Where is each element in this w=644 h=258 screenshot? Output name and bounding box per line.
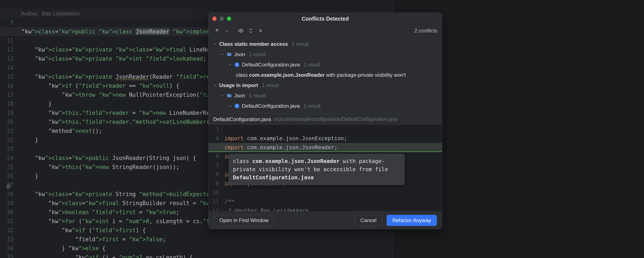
- tree-file-default-config[interactable]: C DefaultConfiguration.java 1 result: [208, 60, 442, 70]
- preview-file-name: DefaultConfiguration.java: [213, 116, 271, 122]
- tree-package-count: 1 result: [249, 51, 266, 57]
- preview-code-line: * @author Bas Leijdekkers: [224, 206, 442, 211]
- preview-code[interactable]: 3456789101112 import com.example.json.Js…: [208, 125, 442, 211]
- preview-code-line: [224, 125, 442, 134]
- cancel-button[interactable]: Cancel: [355, 215, 382, 226]
- java-class-icon: C: [234, 62, 240, 68]
- tree-file-default-config-2[interactable]: C DefaultConfiguration.java 1 result: [208, 101, 442, 111]
- preview-code-line: import com.example.json.JsonReader;: [208, 143, 442, 152]
- svg-text:C: C: [236, 63, 238, 66]
- preview-file-path: src/com/example/configuration/DefaultCon…: [274, 116, 398, 122]
- tree-package-label: Json: [234, 51, 245, 57]
- app-root: 9101112131415161718192021222324252627282…: [0, 0, 644, 258]
- prev-occurrence-icon[interactable]: [213, 27, 221, 35]
- preview-code-line: /**: [224, 197, 442, 206]
- tree-group-label: Class static member access: [219, 41, 288, 47]
- chevron-down-icon[interactable]: [228, 63, 232, 67]
- tree-conflict-leaf[interactable]: class com.example.json.JsonReader with p…: [208, 70, 442, 80]
- conflicts-tree[interactable]: Class static member access 1 result Json…: [208, 37, 442, 113]
- tree-group-count: 1 result: [292, 41, 309, 47]
- tree-file-count: 1 result: [304, 103, 321, 109]
- tree-group-static-access[interactable]: Class static member access 1 result: [208, 39, 442, 49]
- vcs-change-marker-icon[interactable]: @: [6, 181, 10, 190]
- tree-package-json[interactable]: Json 1 result: [208, 49, 442, 60]
- tree-group-usage-import[interactable]: Usage in import 1 result: [208, 80, 442, 90]
- traffic-lights: [212, 17, 231, 21]
- chevron-down-icon[interactable]: [220, 52, 224, 56]
- svg-text:C: C: [236, 104, 238, 107]
- tree-file-count: 1 result: [304, 62, 321, 68]
- java-class-icon: C: [234, 103, 240, 109]
- svg-point-0: [240, 30, 242, 31]
- tree-file-label: DefaultConfiguration.java: [242, 103, 300, 109]
- conflicts-dialog: Conflicts Detected 2 conflicts: [208, 13, 442, 229]
- dialog-button-bar: Open in Find Window Cancel Refactor Anyw…: [208, 211, 442, 229]
- preview-code-line: [224, 188, 442, 197]
- tree-group-label: Usage in import: [219, 82, 258, 88]
- minimize-window-icon: [220, 17, 224, 21]
- tree-conflict-text: class com.example.json.JsonReader with p…: [236, 72, 406, 78]
- chevron-down-icon[interactable]: [213, 83, 217, 87]
- expand-all-icon[interactable]: [247, 27, 254, 35]
- open-in-find-window-button[interactable]: Open in Find Window: [214, 215, 274, 226]
- close-window-icon[interactable]: [212, 17, 216, 21]
- chevron-down-icon[interactable]: [220, 94, 224, 98]
- folder-icon: [226, 93, 232, 98]
- dialog-toolbar: 2 conflicts: [208, 25, 442, 37]
- toolbar-separator: [234, 28, 234, 34]
- dialog-titlebar: Conflicts Detected: [208, 13, 442, 25]
- tree-file-label: DefaultConfiguration.java: [242, 62, 300, 68]
- tree-package-label: Json: [234, 93, 245, 99]
- preview-toggle-icon[interactable]: [237, 27, 245, 35]
- dialog-title: Conflicts Detected: [208, 16, 442, 22]
- tree-package-count: 1 result: [249, 93, 266, 99]
- preview-gutter: 3456789101112: [208, 125, 222, 211]
- preview-code-line: import com.example.json.JsonException;: [224, 134, 442, 143]
- tree-group-count: 1 result: [262, 82, 279, 88]
- code-line[interactable]: "field">first = "kw">false;: [22, 235, 393, 244]
- conflict-tooltip: class com.example.json.JsonReader with p…: [228, 154, 405, 185]
- conflicts-count: 2 conflicts: [414, 28, 437, 34]
- chevron-down-icon[interactable]: [228, 104, 232, 108]
- refactor-anyway-button[interactable]: Refactor Anyway: [386, 215, 437, 226]
- collapse-all-icon[interactable]: [257, 27, 264, 35]
- zoom-window-icon[interactable]: [227, 17, 231, 21]
- code-line[interactable]: } "kw">else {: [22, 244, 393, 253]
- tree-package-json-2[interactable]: Json 1 result: [208, 90, 442, 101]
- preview-header: DefaultConfiguration.java src/com/exampl…: [208, 113, 442, 125]
- next-occurrence-icon[interactable]: [223, 27, 231, 35]
- folder-icon: [226, 52, 232, 57]
- editor-gutter: 9101112131415161718192021222324252627282…: [0, 0, 18, 258]
- chevron-down-icon[interactable]: [213, 42, 217, 46]
- code-line[interactable]: "kw">if (i + "num">1 == csLength) {: [22, 253, 393, 258]
